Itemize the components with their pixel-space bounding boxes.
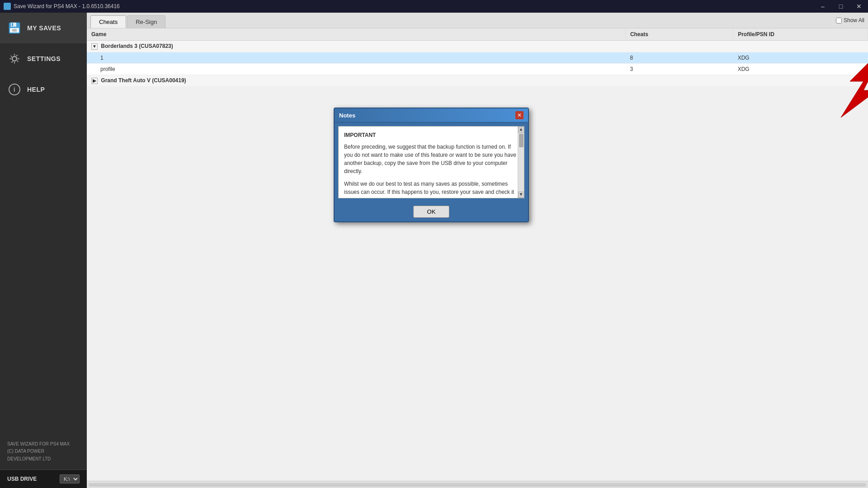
title-bar: Save Wizard for PS4 MAX - 1.0.6510.36416… xyxy=(0,0,868,13)
notes-footer: OK xyxy=(335,202,528,221)
modal-overlay: Notes ✕ IMPORTANT Before preceding, we s… xyxy=(0,13,868,488)
notes-body: IMPORTANT Before preceding, we suggest t… xyxy=(338,126,524,198)
maximize-button[interactable]: □ xyxy=(832,0,850,13)
notes-dialog: Notes ✕ IMPORTANT Before preceding, we s… xyxy=(334,108,529,222)
notes-titlebar: Notes ✕ xyxy=(335,108,528,122)
ok-button[interactable]: OK xyxy=(413,206,449,218)
scroll-thumb xyxy=(519,134,524,147)
notes-title: Notes xyxy=(339,112,355,119)
scroll-down-button[interactable]: ▼ xyxy=(518,192,524,198)
notes-paragraph-2: Whilst we do our best to test as many sa… xyxy=(344,180,519,198)
close-button[interactable]: ✕ xyxy=(850,0,868,13)
app-title: Save Wizard for PS4 MAX - 1.0.6510.36416 xyxy=(14,3,120,9)
notes-close-button[interactable]: ✕ xyxy=(515,111,524,119)
notes-scrollbar[interactable]: ▲ ▼ xyxy=(518,127,524,198)
scroll-up-button[interactable]: ▲ xyxy=(518,127,524,133)
notes-paragraph-1: Before preceding, we suggest that the ba… xyxy=(344,143,519,175)
minimize-button[interactable]: – xyxy=(814,0,832,13)
app-icon xyxy=(4,3,11,10)
important-label: IMPORTANT xyxy=(344,131,519,139)
title-bar-controls: – □ ✕ xyxy=(814,0,868,13)
